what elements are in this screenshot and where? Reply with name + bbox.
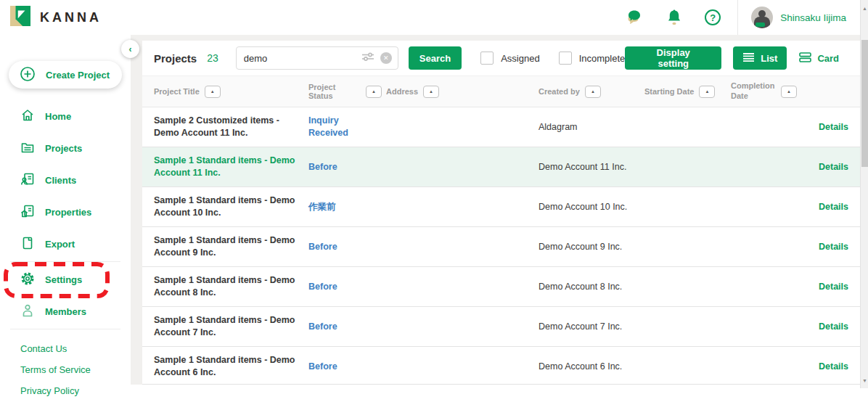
scroll-down-icon[interactable]: ▼ — [861, 375, 868, 385]
sort-button-starting-date[interactable]: ▲ — [699, 86, 715, 98]
sidebar-item-properties[interactable]: Properties — [0, 196, 131, 228]
page-body: ‹ Create Project Home — [0, 35, 868, 388]
created-by-cell: Demo Account 6 Inc. — [539, 361, 644, 372]
contact-us-link[interactable]: Contact Us — [0, 338, 131, 359]
help-icon[interactable]: ? — [703, 8, 722, 27]
table-row[interactable]: Sample 1 Standard items - Demo Account 6… — [142, 347, 860, 385]
plus-circle-icon — [20, 66, 36, 84]
search-button[interactable]: Search — [409, 46, 462, 70]
display-setting-button[interactable]: Display setting — [625, 46, 721, 70]
kanna-logo-icon — [10, 6, 30, 29]
sidebar-item-members[interactable]: Members — [0, 295, 131, 327]
sidebar-collapse-button[interactable]: ‹ — [121, 40, 139, 58]
project-status-cell: 作業前 — [308, 201, 386, 213]
sort-button-project-status[interactable]: ▲ — [366, 86, 382, 98]
sort-button-completion-date[interactable]: ▲ — [781, 86, 797, 98]
document-icon — [20, 236, 35, 253]
privacy-policy-link[interactable]: Privacy Policy — [0, 380, 131, 401]
page-title: Projects — [154, 52, 197, 65]
project-title-cell[interactable]: Sample 1 Standard items - Demo Account 6… — [154, 354, 308, 379]
table-row[interactable]: Sample 2 Customized items - Demo Account… — [142, 107, 860, 147]
table-body: Sample 2 Customized items - Demo Account… — [142, 107, 860, 385]
details-link[interactable]: Details — [818, 162, 860, 172]
details-link[interactable]: Details — [818, 242, 860, 252]
assigned-checkbox[interactable] — [480, 52, 494, 65]
main-content: Projects 23 ✕ Search Assigned Inc — [142, 41, 860, 385]
create-project-label: Create Project — [46, 70, 110, 81]
details-link[interactable]: Details — [818, 282, 860, 292]
vertical-scrollbar[interactable]: ▲ ▼ — [860, 0, 868, 388]
chat-icon[interactable] — [626, 8, 645, 27]
incomplete-checkbox[interactable] — [559, 52, 572, 65]
column-project-status: Project Status ▲ — [308, 83, 386, 100]
column-address: Address ▲ — [386, 86, 539, 98]
project-title-cell[interactable]: Sample 1 Standard items - Demo Account 7… — [154, 314, 308, 339]
project-status-cell: Inquiry Received — [308, 115, 386, 139]
person-document-icon — [20, 172, 35, 189]
details-link[interactable]: Details — [818, 361, 860, 372]
created-by-cell: Demo Account 9 Inc. — [539, 242, 644, 252]
sort-button-created-by[interactable]: ▲ — [585, 86, 601, 98]
details-link[interactable]: Details — [818, 321, 860, 332]
sidebar-item-clients[interactable]: Clients — [0, 164, 131, 196]
sidebar: ‹ Create Project Home — [0, 35, 131, 388]
table-row[interactable]: Sample 1 Standard items - Demo Account 1… — [142, 147, 860, 187]
sidebar-item-export[interactable]: Export — [0, 228, 131, 260]
topbar: KANNA ? Shinsaku Iijima — [0, 0, 868, 35]
projects-count: 23 — [207, 52, 218, 64]
table-row[interactable]: Sample 1 Standard items - Demo Account 7… — [142, 307, 860, 347]
project-title-cell[interactable]: Sample 1 Standard items - Demo Account 9… — [154, 234, 308, 259]
user-name[interactable]: Shinsaku Iijima — [780, 12, 846, 23]
created-by-cell: Demo Account 11 Inc. — [539, 162, 644, 172]
search-input[interactable] — [244, 53, 361, 64]
column-starting-date: Starting Date ▲ — [644, 86, 731, 98]
created-by-cell: Demo Account 7 Inc. — [539, 321, 644, 332]
search-box[interactable]: ✕ — [236, 46, 398, 70]
filter-sliders-icon[interactable] — [361, 51, 375, 65]
incomplete-label: Incomplete — [579, 53, 626, 64]
topbar-actions: ? Shinsaku Iijima — [626, 0, 868, 35]
project-status-cell: Before — [308, 361, 386, 373]
sidebar-item-settings[interactable]: Settings — [0, 263, 131, 295]
brand-logo[interactable]: KANNA — [0, 6, 102, 29]
project-title-cell[interactable]: Sample 1 Standard items - Demo Account 8… — [154, 274, 308, 299]
project-title-cell[interactable]: Sample 2 Customized items - Demo Account… — [154, 115, 308, 139]
house-document-icon — [20, 204, 35, 221]
clear-search-icon[interactable]: ✕ — [380, 52, 392, 64]
list-icon — [742, 52, 755, 65]
sidebar-divider — [10, 329, 120, 329]
notification-bell-icon[interactable] — [665, 8, 684, 27]
scrollbar-thumb[interactable] — [861, 40, 868, 167]
scroll-up-icon[interactable]: ▲ — [861, 3, 868, 13]
sidebar-item-label: Export — [45, 239, 75, 250]
card-view-button[interactable]: Card — [790, 46, 848, 70]
project-title-cell[interactable]: Sample 1 Standard items - Demo Account 1… — [154, 194, 308, 219]
sidebar-item-label: Members — [45, 306, 86, 317]
project-title-cell[interactable]: Sample 1 Standard items - Demo Account 1… — [154, 155, 308, 179]
project-status-cell: Before — [308, 321, 386, 333]
sidebar-item-home[interactable]: Home — [0, 100, 131, 132]
sort-button-project-title[interactable]: ▲ — [205, 86, 221, 98]
assigned-filter: Assigned — [480, 52, 539, 65]
column-created-by: Created by ▲ — [539, 86, 644, 98]
settings-highlight-area: Settings — [0, 263, 131, 295]
card-icon — [799, 52, 811, 65]
sidebar-item-label: Clients — [45, 175, 76, 186]
column-project-title: Project Title ▲ — [154, 86, 308, 98]
table-row[interactable]: Sample 1 Standard items - Demo Account 1… — [142, 187, 860, 227]
sort-button-address[interactable]: ▲ — [423, 86, 439, 98]
sidebar-item-label: Properties — [45, 207, 91, 218]
view-toggle: List Card — [733, 46, 848, 70]
table-row[interactable]: Sample 1 Standard items - Demo Account 8… — [142, 267, 860, 307]
incomplete-filter: Incomplete — [559, 52, 626, 65]
create-project-button[interactable]: Create Project — [9, 61, 122, 89]
sidebar-item-projects[interactable]: Projects — [0, 132, 131, 164]
list-view-button[interactable]: List — [733, 46, 787, 70]
details-link[interactable]: Details — [818, 202, 860, 212]
terms-of-service-link[interactable]: Terms of Service — [0, 359, 131, 380]
details-link[interactable]: Details — [818, 122, 860, 132]
gear-icon — [20, 271, 35, 288]
table-row[interactable]: Sample 1 Standard items - Demo Account 9… — [142, 227, 860, 267]
assigned-label: Assigned — [501, 53, 539, 64]
user-avatar[interactable] — [751, 7, 773, 28]
